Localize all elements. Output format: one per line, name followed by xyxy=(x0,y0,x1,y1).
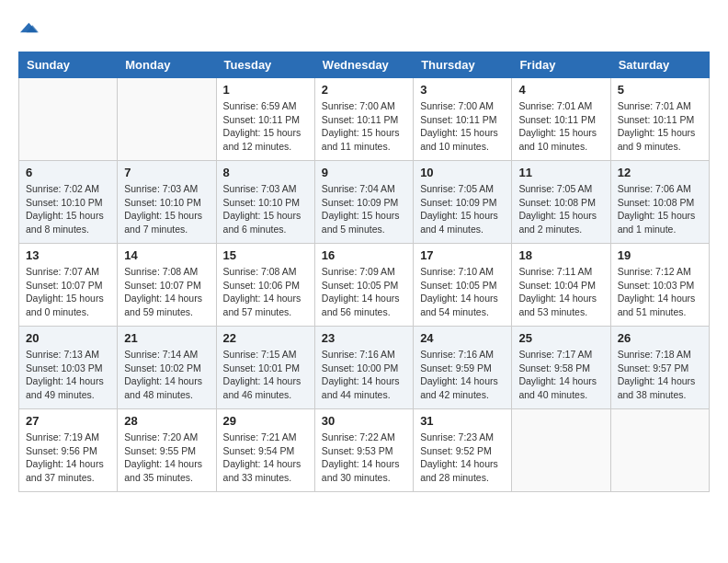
calendar-cell xyxy=(19,78,118,161)
day-number: 11 xyxy=(518,166,603,179)
calendar-cell: 17Sunrise: 7:10 AM Sunset: 10:05 PM Dayl… xyxy=(414,244,512,327)
day-number: 1 xyxy=(223,83,308,97)
calendar-cell: 30Sunrise: 7:22 AM Sunset: 9:53 PM Dayli… xyxy=(314,409,413,492)
day-info: Sunrise: 7:16 AM Sunset: 9:59 PM Dayligh… xyxy=(420,348,505,402)
calendar-cell: 10Sunrise: 7:05 AM Sunset: 10:09 PM Dayl… xyxy=(414,161,512,244)
day-number: 21 xyxy=(124,331,209,345)
calendar-week-row: 1Sunrise: 6:59 AM Sunset: 10:11 PM Dayli… xyxy=(19,78,710,161)
day-header-thursday: Thursday xyxy=(414,52,512,78)
day-info: Sunrise: 7:05 AM Sunset: 10:09 PM Daylig… xyxy=(420,182,505,236)
day-info: Sunrise: 7:21 AM Sunset: 9:54 PM Dayligh… xyxy=(223,431,308,485)
day-info: Sunrise: 7:23 AM Sunset: 9:52 PM Dayligh… xyxy=(420,431,505,485)
day-info: Sunrise: 7:02 AM Sunset: 10:10 PM Daylig… xyxy=(26,182,110,236)
day-header-saturday: Saturday xyxy=(610,52,709,78)
day-info: Sunrise: 7:01 AM Sunset: 10:11 PM Daylig… xyxy=(618,99,702,154)
calendar-week-row: 27Sunrise: 7:19 AM Sunset: 9:56 PM Dayli… xyxy=(19,409,710,492)
day-number: 5 xyxy=(618,83,702,97)
page-header xyxy=(18,18,710,37)
day-number: 31 xyxy=(420,414,505,428)
day-info: Sunrise: 7:06 AM Sunset: 10:08 PM Daylig… xyxy=(618,182,702,236)
day-info: Sunrise: 7:03 AM Sunset: 10:10 PM Daylig… xyxy=(124,182,209,236)
day-info: Sunrise: 7:13 AM Sunset: 10:03 PM Daylig… xyxy=(26,348,110,402)
day-number: 4 xyxy=(518,83,603,97)
day-header-friday: Friday xyxy=(512,52,610,78)
day-number: 8 xyxy=(223,166,308,179)
day-number: 12 xyxy=(618,166,702,179)
calendar-cell: 26Sunrise: 7:18 AM Sunset: 9:57 PM Dayli… xyxy=(610,327,709,409)
calendar-cell: 9Sunrise: 7:04 AM Sunset: 10:09 PM Dayli… xyxy=(314,161,413,244)
day-info: Sunrise: 7:03 AM Sunset: 10:10 PM Daylig… xyxy=(223,182,308,236)
day-info: Sunrise: 7:20 AM Sunset: 9:55 PM Dayligh… xyxy=(124,431,209,485)
day-number: 6 xyxy=(26,166,110,179)
day-number: 22 xyxy=(223,331,308,345)
day-info: Sunrise: 7:04 AM Sunset: 10:09 PM Daylig… xyxy=(322,182,406,236)
day-number: 14 xyxy=(124,248,209,262)
day-info: Sunrise: 7:22 AM Sunset: 9:53 PM Dayligh… xyxy=(322,431,406,485)
day-number: 26 xyxy=(618,331,702,345)
calendar-cell: 28Sunrise: 7:20 AM Sunset: 9:55 PM Dayli… xyxy=(118,409,216,492)
calendar-cell: 25Sunrise: 7:17 AM Sunset: 9:58 PM Dayli… xyxy=(512,327,610,409)
day-header-tuesday: Tuesday xyxy=(216,52,314,78)
day-info: Sunrise: 7:09 AM Sunset: 10:05 PM Daylig… xyxy=(322,265,406,319)
day-number: 3 xyxy=(420,83,505,97)
day-number: 15 xyxy=(223,248,308,262)
calendar-cell: 6Sunrise: 7:02 AM Sunset: 10:10 PM Dayli… xyxy=(19,161,118,244)
day-info: Sunrise: 7:18 AM Sunset: 9:57 PM Dayligh… xyxy=(618,348,702,402)
day-info: Sunrise: 7:08 AM Sunset: 10:07 PM Daylig… xyxy=(124,265,209,319)
day-number: 10 xyxy=(420,166,505,179)
calendar-cell: 15Sunrise: 7:08 AM Sunset: 10:06 PM Dayl… xyxy=(216,244,314,327)
day-number: 25 xyxy=(518,331,603,345)
day-info: Sunrise: 7:08 AM Sunset: 10:06 PM Daylig… xyxy=(223,265,308,319)
day-info: Sunrise: 7:17 AM Sunset: 9:58 PM Dayligh… xyxy=(518,348,603,402)
day-info: Sunrise: 7:14 AM Sunset: 10:02 PM Daylig… xyxy=(124,348,209,402)
day-info: Sunrise: 7:10 AM Sunset: 10:05 PM Daylig… xyxy=(420,265,505,319)
day-number: 30 xyxy=(322,414,406,428)
day-info: Sunrise: 7:15 AM Sunset: 10:01 PM Daylig… xyxy=(223,348,308,402)
calendar-cell: 21Sunrise: 7:14 AM Sunset: 10:02 PM Dayl… xyxy=(118,327,216,409)
calendar-cell: 16Sunrise: 7:09 AM Sunset: 10:05 PM Dayl… xyxy=(314,244,413,327)
calendar-cell xyxy=(610,409,709,492)
logo xyxy=(18,18,39,37)
calendar-cell: 12Sunrise: 7:06 AM Sunset: 10:08 PM Dayl… xyxy=(610,161,709,244)
calendar-week-row: 13Sunrise: 7:07 AM Sunset: 10:07 PM Dayl… xyxy=(19,244,710,327)
calendar-cell xyxy=(512,409,610,492)
day-number: 16 xyxy=(322,248,406,262)
calendar-header-row: SundayMondayTuesdayWednesdayThursdayFrid… xyxy=(19,52,710,78)
calendar-cell xyxy=(118,78,216,161)
calendar-cell: 18Sunrise: 7:11 AM Sunset: 10:04 PM Dayl… xyxy=(512,244,610,327)
day-header-wednesday: Wednesday xyxy=(314,52,413,78)
day-number: 19 xyxy=(618,248,702,262)
calendar-cell: 7Sunrise: 7:03 AM Sunset: 10:10 PM Dayli… xyxy=(118,161,216,244)
day-number: 2 xyxy=(322,83,406,97)
calendar: SundayMondayTuesdayWednesdayThursdayFrid… xyxy=(18,52,710,492)
day-number: 27 xyxy=(26,414,110,428)
calendar-cell: 2Sunrise: 7:00 AM Sunset: 10:11 PM Dayli… xyxy=(314,78,413,161)
day-info: Sunrise: 7:12 AM Sunset: 10:03 PM Daylig… xyxy=(618,265,702,319)
calendar-cell: 13Sunrise: 7:07 AM Sunset: 10:07 PM Dayl… xyxy=(19,244,118,327)
day-number: 7 xyxy=(124,166,209,179)
day-number: 29 xyxy=(223,414,308,428)
calendar-cell: 3Sunrise: 7:00 AM Sunset: 10:11 PM Dayli… xyxy=(414,78,512,161)
day-number: 28 xyxy=(124,414,209,428)
day-info: Sunrise: 7:19 AM Sunset: 9:56 PM Dayligh… xyxy=(26,431,110,485)
calendar-cell: 1Sunrise: 6:59 AM Sunset: 10:11 PM Dayli… xyxy=(216,78,314,161)
calendar-cell: 29Sunrise: 7:21 AM Sunset: 9:54 PM Dayli… xyxy=(216,409,314,492)
day-number: 9 xyxy=(322,166,406,179)
calendar-cell: 24Sunrise: 7:16 AM Sunset: 9:59 PM Dayli… xyxy=(414,327,512,409)
calendar-week-row: 20Sunrise: 7:13 AM Sunset: 10:03 PM Dayl… xyxy=(19,327,710,409)
day-number: 13 xyxy=(26,248,110,262)
calendar-cell: 19Sunrise: 7:12 AM Sunset: 10:03 PM Dayl… xyxy=(610,244,709,327)
calendar-week-row: 6Sunrise: 7:02 AM Sunset: 10:10 PM Dayli… xyxy=(19,161,710,244)
day-header-sunday: Sunday xyxy=(19,52,118,78)
day-number: 23 xyxy=(322,331,406,345)
day-number: 20 xyxy=(26,331,110,345)
calendar-cell: 31Sunrise: 7:23 AM Sunset: 9:52 PM Dayli… xyxy=(414,409,512,492)
calendar-cell: 22Sunrise: 7:15 AM Sunset: 10:01 PM Dayl… xyxy=(216,327,314,409)
calendar-cell: 4Sunrise: 7:01 AM Sunset: 10:11 PM Dayli… xyxy=(512,78,610,161)
calendar-cell: 8Sunrise: 7:03 AM Sunset: 10:10 PM Dayli… xyxy=(216,161,314,244)
day-info: Sunrise: 7:00 AM Sunset: 10:11 PM Daylig… xyxy=(322,99,406,154)
day-number: 17 xyxy=(420,248,505,262)
calendar-cell: 14Sunrise: 7:08 AM Sunset: 10:07 PM Dayl… xyxy=(118,244,216,327)
day-info: Sunrise: 7:07 AM Sunset: 10:07 PM Daylig… xyxy=(26,265,110,319)
day-info: Sunrise: 7:00 AM Sunset: 10:11 PM Daylig… xyxy=(420,99,505,154)
